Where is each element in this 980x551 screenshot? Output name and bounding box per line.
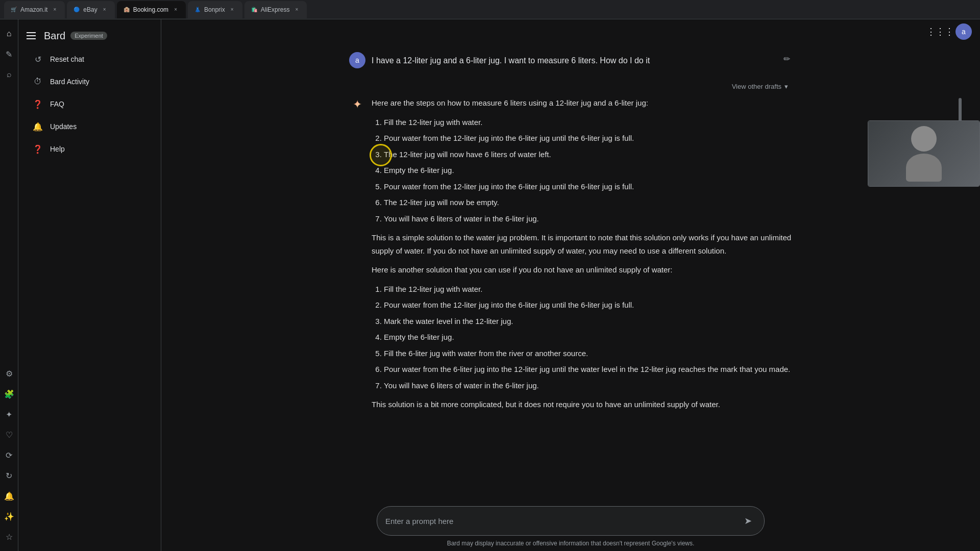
drafts-bar: View other drafts ▾ <box>349 81 792 92</box>
sidebar-item-bard-activity-label: Bard Activity <box>50 78 89 86</box>
updates-icon: 🔔 <box>33 121 43 132</box>
faq-icon: ❓ <box>33 99 43 109</box>
step-2-5: Fill the 6-liter jug with water from the… <box>384 347 792 360</box>
step-1-6: The 12-liter jug will now be empty. <box>384 196 792 209</box>
input-area: ➤ Bard may display inaccurate or offensi… <box>161 500 980 551</box>
bot-response-content: Here are the steps on how to measure 6 l… <box>372 96 792 417</box>
step-2-6: Pour water from the 6-liter jug into the… <box>384 363 792 376</box>
sidebar-item-bard-activity[interactable]: ⏱ Bard Activity <box>22 71 157 92</box>
step-1-1: Fill the 12-liter jug with water. <box>384 116 792 129</box>
bottom-icon[interactable]: ☆ <box>1 529 17 545</box>
history-icon[interactable]: ⟳ <box>1 447 17 463</box>
tab-aliexpress-label: AliExpress <box>261 6 290 13</box>
bot-note: This is a simple solution to the water j… <box>372 231 792 257</box>
sidebar-item-faq[interactable]: ❓ FAQ <box>22 94 157 114</box>
step-2-1: Fill the 12-liter jug with water. <box>384 283 792 296</box>
user-avatar-letter: a <box>355 56 359 64</box>
bot-conclusion: This solution is a bit more complicated,… <box>372 398 792 411</box>
step-2-4: Empty the 6-liter jug. <box>384 331 792 344</box>
tab-ebay-close[interactable]: × <box>101 6 109 14</box>
reset-chat-icon: ↺ <box>33 54 43 64</box>
step-1-4: Empty the 6-liter jug. <box>384 164 792 177</box>
tab-amazon-close[interactable]: × <box>51 6 59 14</box>
amazon-favicon: 🛒 <box>10 6 17 13</box>
chat-area: a I have a 12-liter jug and a 6-liter ju… <box>161 44 980 500</box>
left-icon-rail: ⌂ ✎ ⌕ ⚙ 🧩 ✦ ♡ ⟳ ↻ 🔔 ✨ ☆ <box>0 19 18 551</box>
bot-message: ✦ Here are the steps on how to measure 6… <box>349 96 792 417</box>
sparkle-icon[interactable]: ✨ <box>1 508 17 524</box>
sidebar-item-updates[interactable]: 🔔 Updates <box>22 116 157 137</box>
compose-icon[interactable]: ✎ <box>1 46 17 62</box>
user-avatar[interactable]: a <box>955 23 972 40</box>
tab-amazon[interactable]: 🛒 Amazon.it × <box>4 1 65 18</box>
tab-bonprix[interactable]: 👗 Bonprix × <box>188 1 242 18</box>
experiment-badge: Experiment <box>70 32 107 40</box>
bot-alt-intro: Here is another solution that you can us… <box>372 263 792 277</box>
hamburger-menu[interactable] <box>27 30 39 42</box>
bard-star-icon: ✦ <box>353 98 362 111</box>
sidebar-item-reset-chat[interactable]: ↺ Reset chat <box>22 49 157 69</box>
step-2-3: Mark the water level in the 12-liter jug… <box>384 315 792 328</box>
person-head <box>911 126 937 152</box>
booking-favicon: 🏨 <box>123 6 130 13</box>
bard-logo: Bard <box>44 30 65 42</box>
view-other-drafts-button[interactable]: View other drafts ▾ <box>728 81 792 92</box>
sidebar-item-reset-chat-label: Reset chat <box>50 55 84 63</box>
prompt-input[interactable] <box>385 517 733 525</box>
tab-ebay-label: eBay <box>83 6 97 13</box>
tab-booking-close[interactable]: × <box>172 6 180 14</box>
sidebar: Bard Experiment ↺ Reset chat ⏱ Bard Acti… <box>18 19 161 551</box>
browser-tabs-bar: 🛒 Amazon.it × 🔵 eBay × 🏨 Booking.com × 👗… <box>0 0 980 19</box>
step-1-3: The 12-liter jug will now have 6 liters … <box>384 148 792 161</box>
refresh-icon[interactable]: ↻ <box>1 467 17 484</box>
apps-icon[interactable]: ⋮⋮⋮ <box>931 22 949 41</box>
extensions-icon[interactable]: 🧩 <box>1 386 17 402</box>
video-person <box>868 121 979 186</box>
aliexpress-favicon: 🛍️ <box>251 6 258 13</box>
help-icon: ❓ <box>33 144 43 154</box>
sidebar-item-help[interactable]: ❓ Help <box>22 139 157 159</box>
user-message: a I have a 12-liter jug and a 6-liter ju… <box>349 52 792 68</box>
settings-icon[interactable]: ⚙ <box>1 365 17 382</box>
edit-icon[interactable]: ✏ <box>781 52 792 66</box>
heart-icon[interactable]: ♡ <box>1 427 17 443</box>
tab-aliexpress[interactable]: 🛍️ AliExpress × <box>244 1 307 18</box>
user-message-text: I have a 12-liter jug and a 6-liter jug.… <box>372 52 775 67</box>
disclaimer-text: Bard may display inaccurate or offensive… <box>447 540 695 547</box>
step-1-3-text: The 12-liter jug will now have 6 liters … <box>384 150 551 159</box>
tab-bonprix-label: Bonprix <box>204 6 225 13</box>
step-2-7: You will have 6 liters of water in the 6… <box>384 379 792 392</box>
step-1-5: Pour water from the 12-liter jug into th… <box>384 180 792 193</box>
tab-booking-label: Booking.com <box>133 6 168 13</box>
sidebar-item-updates-label: Updates <box>50 122 77 131</box>
tab-ebay[interactable]: 🔵 eBay × <box>67 1 114 18</box>
step-1-2: Pour water from the 12-liter jug into th… <box>384 132 792 145</box>
drafts-label: View other drafts <box>732 83 781 90</box>
sidebar-header: Bard Experiment <box>18 23 161 48</box>
tab-booking[interactable]: 🏨 Booking.com × <box>117 1 186 18</box>
steps-list-2: Fill the 12-liter jug with water. Pour w… <box>384 283 792 392</box>
input-wrapper: ➤ <box>377 506 765 536</box>
home-icon[interactable]: ⌂ <box>1 26 17 42</box>
steps-list-1: Fill the 12-liter jug with water. Pour w… <box>384 116 792 226</box>
bard-response-icon: ✦ <box>349 96 365 113</box>
tab-amazon-label: Amazon.it <box>20 6 47 13</box>
step-2-2: Pour water from the 12-liter jug into th… <box>384 298 792 312</box>
bonprix-favicon: 👗 <box>194 6 201 13</box>
search-icon[interactable]: ⌕ <box>1 66 17 83</box>
video-overlay <box>868 120 980 187</box>
notification-icon[interactable]: 🔔 <box>1 488 17 504</box>
tab-bonprix-close[interactable]: × <box>228 6 236 14</box>
bot-intro: Here are the steps on how to measure 6 l… <box>372 96 792 110</box>
user-avatar-chat: a <box>349 52 365 68</box>
send-button[interactable]: ➤ <box>740 513 756 529</box>
chevron-down-icon: ▾ <box>785 83 788 90</box>
main-content: ⋮⋮⋮ a a I have a 12-liter jug and a 6-li… <box>161 19 980 551</box>
person-body <box>906 154 942 182</box>
sidebar-item-help-label: Help <box>50 145 65 153</box>
top-bar: ⋮⋮⋮ a <box>161 19 980 44</box>
tab-aliexpress-close[interactable]: × <box>292 6 301 14</box>
step-1-7: You will have 6 liters of water in the 6… <box>384 212 792 226</box>
ebay-favicon: 🔵 <box>73 6 80 13</box>
star-icon[interactable]: ✦ <box>1 406 17 422</box>
